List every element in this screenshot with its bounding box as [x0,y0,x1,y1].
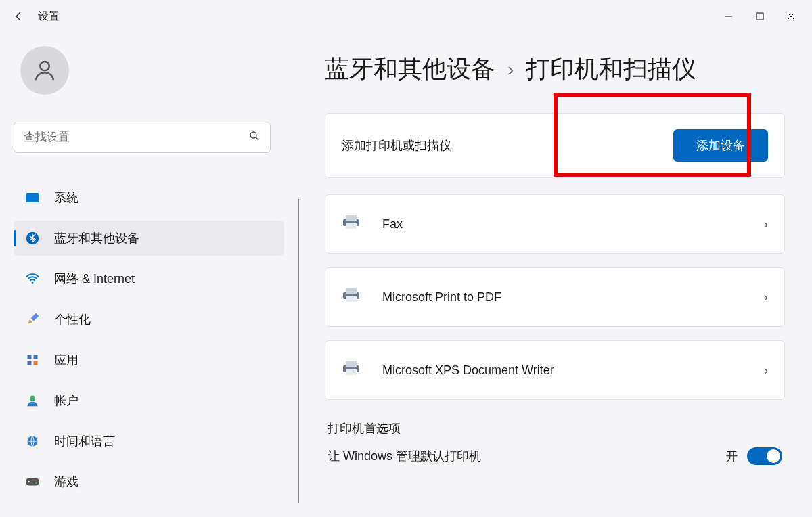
breadcrumb-current: 打印机和扫描仪 [526,53,696,86]
sidebar-item-gaming[interactable]: 游戏 [14,464,284,499]
monitor-icon [24,189,41,206]
chevron-right-icon: › [764,363,768,378]
search-icon [248,130,261,145]
printer-icon [342,287,362,307]
printer-item-fax[interactable]: Fax › [325,194,785,254]
maximize-button[interactable] [744,5,775,27]
printer-item-xps[interactable]: Microsoft XPS Document Writer › [325,340,785,400]
svg-rect-20 [346,215,357,221]
chevron-right-icon: › [764,290,768,305]
svg-rect-21 [346,223,357,229]
sidebar-item-label: 帐户 [54,392,78,409]
svg-rect-26 [346,361,357,367]
svg-rect-23 [346,288,357,294]
svg-rect-9 [28,355,32,359]
close-button[interactable] [775,5,807,27]
search-input-container[interactable] [14,122,271,153]
svg-point-13 [30,396,35,401]
minimize-button[interactable] [713,5,744,27]
sidebar-item-system[interactable]: 系统 [14,180,284,215]
chevron-right-icon: › [764,217,768,231]
svg-point-4 [40,62,49,70]
svg-line-6 [256,137,258,140]
user-icon [24,392,41,409]
sidebar-item-label: 时间和语言 [54,433,115,449]
default-printer-toggle[interactable] [747,447,782,465]
svg-rect-11 [28,361,32,365]
sidebar-item-network[interactable]: 网络 & Internet [14,261,284,296]
printer-prefs-title: 打印机首选项 [328,420,785,436]
svg-rect-12 [34,361,38,365]
svg-point-18 [35,482,37,484]
svg-point-8 [32,282,34,284]
apps-icon [24,352,41,368]
add-device-button[interactable]: 添加设备 [673,129,768,162]
sidebar-item-apps[interactable]: 应用 [14,342,284,378]
sidebar: 系统 蓝牙和其他设备 网络 & Internet 个性化 [0,32,284,517]
sidebar-item-bluetooth[interactable]: 蓝牙和其他设备 [14,221,284,256]
svg-point-16 [28,481,30,483]
svg-point-5 [250,132,256,138]
sidebar-item-label: 蓝牙和其他设备 [54,230,139,246]
default-printer-row: 让 Windows 管理默认打印机 开 [325,447,785,465]
nav-list: 系统 蓝牙和其他设备 网络 & Internet 个性化 [14,180,284,499]
default-printer-label: 让 Windows 管理默认打印机 [328,448,481,464]
svg-point-17 [35,480,37,481]
breadcrumb: 蓝牙和其他设备 › 打印机和扫描仪 [325,53,785,86]
printer-icon [342,360,362,380]
svg-rect-1 [757,13,763,20]
printer-name: Fax [382,217,403,231]
window-title: 设置 [38,9,60,24]
add-printer-card: 添加打印机或扫描仪 添加设备 [325,113,785,178]
chevron-right-icon: › [508,59,514,81]
svg-rect-10 [34,355,38,359]
back-button[interactable] [5,3,32,30]
sidebar-item-time-language[interactable]: 时间和语言 [14,424,284,459]
sidebar-item-accounts[interactable]: 帐户 [14,383,284,418]
search-input[interactable] [24,131,248,144]
svg-rect-24 [346,296,357,302]
printer-icon [342,214,362,234]
sidebar-item-label: 游戏 [54,474,78,490]
globe-icon [24,433,41,449]
sidebar-item-label: 应用 [54,352,78,368]
toggle-state-text: 开 [726,449,738,464]
main-content: 蓝牙和其他设备 › 打印机和扫描仪 添加打印机或扫描仪 添加设备 Fax › M… [284,32,812,517]
sidebar-item-label: 个性化 [54,311,91,328]
sidebar-item-label: 网络 & Internet [54,271,135,287]
sidebar-item-personalization[interactable]: 个性化 [14,302,284,337]
printer-name: Microsoft Print to PDF [382,290,501,305]
wifi-icon [24,271,41,287]
brush-icon [24,311,41,328]
gamepad-icon [24,474,41,490]
sidebar-item-label: 系统 [54,189,78,206]
avatar[interactable] [20,46,69,95]
breadcrumb-parent[interactable]: 蓝牙和其他设备 [325,53,495,86]
svg-rect-15 [26,478,39,486]
bluetooth-icon [24,230,41,246]
printer-item-pdf[interactable]: Microsoft Print to PDF › [325,267,785,327]
printer-name: Microsoft XPS Document Writer [382,363,554,378]
add-printer-label: 添加打印机或扫描仪 [342,137,451,154]
svg-rect-27 [346,369,357,375]
